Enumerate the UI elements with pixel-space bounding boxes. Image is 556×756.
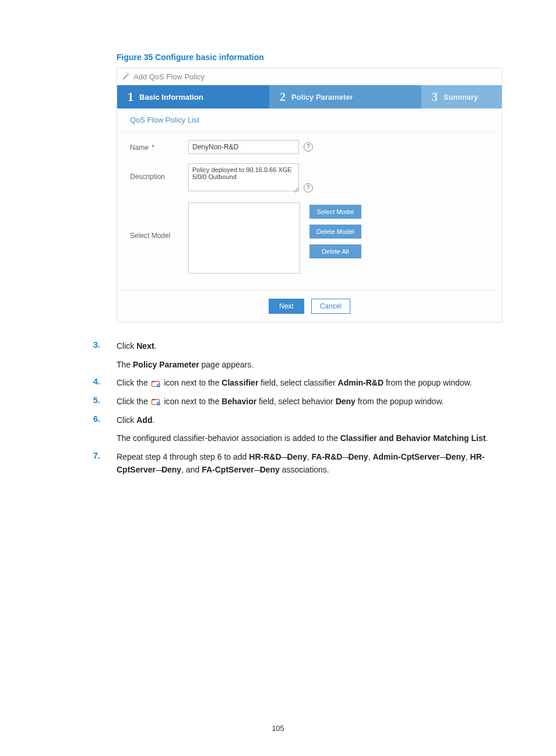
text: Click xyxy=(117,341,136,351)
text: Click the xyxy=(117,397,150,406)
panel-header: QoS Flow Policy List xyxy=(117,108,502,132)
text: field, select classifier xyxy=(258,378,337,387)
text: , and xyxy=(181,465,202,474)
text: Click xyxy=(117,415,136,425)
wizard-step-summary[interactable]: 3 Summary xyxy=(421,85,502,108)
figure-caption: Figure 35 Configure basic information xyxy=(117,52,504,62)
bold: Behavior xyxy=(221,397,256,406)
description-textarea[interactable] xyxy=(188,163,299,191)
select-model-label: Select Model xyxy=(130,202,188,240)
text: from the popup window. xyxy=(356,397,444,406)
next-button[interactable]: Next xyxy=(269,299,304,314)
bold: Policy Parameter xyxy=(133,360,199,369)
step-number: 2 xyxy=(280,90,286,104)
step-number: 1 xyxy=(128,90,133,104)
wand-icon xyxy=(122,72,130,82)
model-listbox[interactable] xyxy=(188,202,300,274)
form-row-select-model: Select Model Select Model Delete Model D… xyxy=(130,202,489,274)
form-body: Name * ? Description ? Select Mod xyxy=(117,132,502,290)
bold: Deny xyxy=(161,465,181,474)
text: . xyxy=(485,433,488,443)
text: Repeat step 4 through step 6 to add xyxy=(117,452,249,461)
instruction-list: 3. Click Next. The Policy Parameter page… xyxy=(93,340,492,477)
wizard-step-basic-information[interactable]: 1 Basic Information xyxy=(117,85,269,108)
bold: Deny xyxy=(287,452,307,461)
step-number: 6. xyxy=(93,414,117,424)
instruction-step-3: 3. Click Next. The Policy Parameter page… xyxy=(93,340,492,371)
delete-all-button[interactable]: Delete All xyxy=(309,244,361,258)
text: page appears. xyxy=(199,360,254,369)
step-label: Summary xyxy=(444,93,478,102)
app-title: Add QoS Flow Policy xyxy=(133,72,205,81)
bold: FA-R&D xyxy=(312,452,343,461)
wizard-steps: 1 Basic Information 2 Policy Parameter 3… xyxy=(117,85,502,108)
name-input[interactable] xyxy=(188,140,299,154)
text: from the popup window. xyxy=(383,378,472,387)
bold: Admin-R&D xyxy=(338,378,384,387)
folder-icon xyxy=(152,398,161,406)
instruction-step-6: 6. Click Add. The configured classifier-… xyxy=(93,414,492,445)
bold: HR-R&D xyxy=(249,452,281,461)
text: icon next to the xyxy=(164,378,221,387)
text: associations. xyxy=(280,465,329,474)
help-icon[interactable]: ? xyxy=(304,183,313,192)
text: . xyxy=(154,341,157,351)
step-number: 5. xyxy=(93,396,117,405)
step-number: 3. xyxy=(93,340,117,349)
dash: — xyxy=(156,465,161,474)
cancel-button[interactable]: Cancel xyxy=(311,299,350,314)
step-label: Basic Information xyxy=(139,93,203,102)
instruction-step-7: 7. Repeat step 4 through step 6 to add H… xyxy=(93,451,492,476)
select-model-button[interactable]: Select Model xyxy=(309,205,361,219)
bold: Deny xyxy=(446,452,466,461)
text: The xyxy=(117,360,133,369)
delete-model-button[interactable]: Delete Model xyxy=(309,225,361,239)
help-icon[interactable]: ? xyxy=(304,142,313,152)
dash: — xyxy=(281,452,287,461)
step-number: 7. xyxy=(93,451,117,460)
text: The configured classifier-behavior assoc… xyxy=(117,433,340,443)
description-label: Description xyxy=(130,163,188,181)
step-number: 4. xyxy=(93,377,117,386)
bold: Classifier xyxy=(221,378,258,387)
bold: Deny xyxy=(336,397,356,406)
svg-point-0 xyxy=(128,74,129,75)
instruction-step-4: 4. Click the icon next to the Classifier… xyxy=(93,377,492,390)
bold: Next xyxy=(136,341,154,351)
dash: — xyxy=(342,452,348,461)
required-mark: * xyxy=(152,144,154,152)
text: field, select behavior xyxy=(256,397,335,406)
text: Click the xyxy=(117,378,150,387)
app-title-bar: Add QoS Flow Policy xyxy=(117,68,502,85)
form-row-description: Description ? xyxy=(130,163,489,193)
bold: FA-CptServer xyxy=(202,465,254,474)
model-buttons-group: Select Model Delete Model Delete All xyxy=(309,205,361,258)
svg-point-1 xyxy=(128,75,129,76)
name-label: Name * xyxy=(130,140,188,152)
text: , xyxy=(466,452,470,461)
wizard-step-policy-parameter[interactable]: 2 Policy Parameter xyxy=(269,85,421,108)
text: icon next to the xyxy=(164,397,221,406)
form-row-name: Name * ? xyxy=(130,140,489,154)
page-number: 105 xyxy=(0,724,556,733)
wizard-footer: Next Cancel xyxy=(117,290,502,322)
bold: Admin-CptServer xyxy=(372,452,439,461)
text: . xyxy=(152,415,154,425)
bold: Classifier and Behavior Matching List xyxy=(340,433,486,443)
svg-point-2 xyxy=(126,72,127,74)
step-number: 3 xyxy=(432,90,438,104)
bold: Add xyxy=(136,415,152,425)
folder-icon xyxy=(152,380,161,388)
dash: — xyxy=(254,465,260,474)
text: , xyxy=(307,452,312,461)
instruction-step-5: 5. Click the icon next to the Behavior f… xyxy=(93,396,492,408)
bold: Deny xyxy=(348,452,368,461)
step-label: Policy Parameter xyxy=(291,93,353,102)
bold: Deny xyxy=(260,465,280,474)
label-text: Name xyxy=(130,144,149,152)
app-screenshot-panel: Add QoS Flow Policy 1 Basic Information … xyxy=(117,68,502,323)
dash: — xyxy=(440,452,446,461)
